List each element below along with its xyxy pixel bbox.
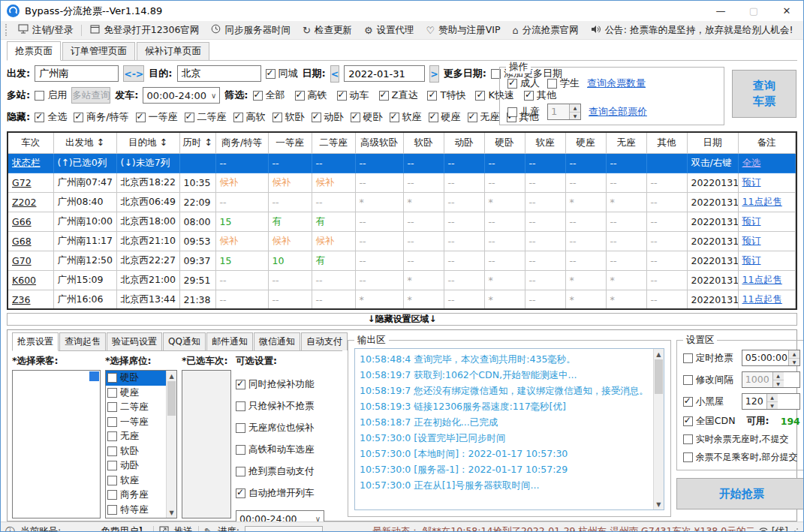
blackroom-spinner[interactable]: 120 ▲▼ [742, 393, 800, 410]
scroll-up-icon[interactable]: ▲ [167, 371, 176, 381]
settings-tab-微信通知[interactable]: 微信通知 [254, 332, 300, 350]
seat-option-3[interactable]: 一等座 [106, 415, 166, 430]
action-link-cell[interactable]: 预订 [738, 212, 796, 232]
action-link-cell[interactable]: 11点起售 [738, 271, 796, 290]
interval-spinner[interactable]: 1000 ▲▼ [742, 371, 800, 388]
date-prev-button[interactable]: < [330, 65, 339, 83]
query-all-prices-link[interactable]: 查询全部票价 [589, 105, 647, 119]
settings-tab-验证码设置[interactable]: 验证码设置 [107, 332, 162, 350]
resize-grip-icon[interactable] [791, 527, 799, 532]
column-header[interactable]: 车次 [8, 133, 53, 154]
hide-checkbox-3[interactable]: 二等座 [185, 110, 227, 124]
student-checkbox[interactable]: 学生 [547, 77, 580, 90]
multi-station-query-button[interactable]: 多站查询 [71, 87, 110, 104]
column-header[interactable]: 硬座 [565, 133, 606, 154]
interval-checkbox[interactable]: 修改间隔 [683, 374, 733, 386]
no-seat-no-submit-checkbox[interactable]: 实时余票无座时,不提交 [683, 433, 789, 446]
toolbar-item-6[interactable]: ⌂分流抢票官网 [507, 23, 583, 38]
seat-option-1[interactable]: 硬座 [106, 386, 166, 401]
settings-tab-QQ通知[interactable]: QQ通知 [163, 332, 206, 350]
minimize-button[interactable]: — [704, 1, 737, 21]
table-row[interactable]: G68广州南11:17北京西21:1009:53候补候补候补----------… [8, 232, 796, 251]
spinner-up-icon[interactable]: ▲ [767, 394, 778, 402]
hide-checkbox-2[interactable]: 一等座 [136, 110, 178, 124]
tab-候补订单页面[interactable]: 候补订单页面 [137, 42, 209, 60]
filter-checkbox-0[interactable]: 全部 [253, 89, 285, 102]
action-link-cell[interactable]: 预订 [738, 173, 796, 193]
spinner-down-icon[interactable]: ▼ [767, 402, 778, 410]
hide-checkbox-9[interactable]: 硬座 [429, 110, 461, 124]
cdn-checkbox[interactable]: 全国CDN [683, 415, 736, 428]
scrollbar-thumb[interactable] [655, 359, 663, 394]
maximize-button[interactable]: ▢ [737, 1, 770, 21]
close-button[interactable]: ✕ [770, 1, 803, 21]
query-tickets-button[interactable]: 查询 车票 [732, 70, 796, 118]
start-grab-button[interactable]: 开始抢票 [676, 478, 804, 509]
toolbar-item-7[interactable]: 公告: 抢票靠的是坚持，放弃就是给别人机会! [586, 23, 799, 38]
optional-checkbox-0[interactable]: 同时抢候补功能 [236, 378, 315, 391]
spinner-arrows[interactable]: ▲▼ [772, 372, 784, 387]
settings-tab-抢票设置[interactable]: 抢票设置 [12, 332, 59, 351]
table-row[interactable]: K600广州15:09北京西21:0029:51--------*--*--**… [8, 271, 796, 290]
spinner-down-icon[interactable]: ▼ [789, 359, 799, 366]
swap-stations-button[interactable]: <-> [123, 65, 144, 82]
blackroom-checkbox[interactable]: 小黑屋 [683, 395, 724, 408]
table-row[interactable]: Z202广州08:40北京西06:4922:09------**--*--**-… [8, 193, 796, 212]
column-header[interactable]: 日期 [687, 133, 738, 154]
action-link-cell[interactable]: 11点起售 [738, 290, 796, 310]
action-link-cell[interactable]: 预订 [738, 232, 796, 251]
train-number-cell[interactable]: K600 [8, 271, 53, 290]
query-ticket-count-link[interactable]: 查询余票数量 [587, 77, 646, 90]
column-header[interactable]: 出发地 ↕ [53, 133, 116, 154]
push-label[interactable]: 推送 [174, 525, 193, 532]
depart-time-dropdown[interactable]: 00:00-24:00 ∨ [143, 87, 220, 104]
toolbar-item-4[interactable]: ⚙设置代理 [359, 23, 420, 38]
hide-checkbox-1[interactable]: 商务/特等 [74, 110, 128, 124]
action-link-cell[interactable]: 11点起售 [738, 193, 796, 212]
column-header[interactable]: 软卧 [403, 133, 444, 154]
column-header[interactable]: 高级软卧 [355, 133, 403, 154]
optional-checkbox-1[interactable]: 只抢候补不抢票 [236, 400, 315, 413]
adult-checkbox[interactable]: 成人 [507, 77, 540, 90]
train-number-cell[interactable]: Z202 [8, 193, 53, 212]
settings-tab-邮件通知[interactable]: 邮件通知 [206, 332, 253, 350]
timed-grab-spinner[interactable]: 05:00:00 ▲▼ [742, 350, 800, 366]
action-link-cell[interactable]: 全选 [738, 154, 796, 173]
column-header[interactable]: 动卧 [444, 133, 484, 154]
settings-tab-自动支付[interactable]: 自动支付 [301, 332, 348, 350]
toolbar-item-1[interactable]: 免登录打开12306官网 [85, 23, 204, 38]
dest-input[interactable] [177, 65, 261, 82]
status-row[interactable]: 状态栏(↑)已选0列(↓)未选7列--------------------双击/… [8, 154, 796, 173]
train-number-cell[interactable]: G68 [8, 232, 53, 251]
same-city-checkbox[interactable]: 同城 [266, 67, 298, 80]
multi-station-enable-checkbox[interactable]: 启用 [35, 89, 67, 102]
hide-checkbox-4[interactable]: 高软 [233, 110, 266, 124]
settings-tab-查询起售[interactable]: 查询起售 [59, 332, 106, 350]
toolbar-item-0[interactable]: 注销/登录 [13, 23, 78, 38]
seat-option-5[interactable]: 软卧 [106, 444, 166, 459]
column-header[interactable]: 硬卧 [484, 133, 525, 154]
spinner-arrows[interactable]: ▲▼ [788, 350, 799, 365]
depart-input[interactable] [35, 65, 119, 82]
hide-checkbox-0[interactable]: 全选 [35, 110, 67, 124]
table-row[interactable]: G70广州南12:50北京西22:2709:371510有-----------… [8, 251, 796, 271]
spinner-arrows[interactable]: ▲▼ [569, 104, 580, 119]
output-log[interactable]: 10:58:48:4 查询完毕，本次查询共用时:435毫秒。10:58:19:7… [354, 348, 664, 510]
seat-option-7[interactable]: 软座 [106, 473, 166, 488]
scroll-down-icon[interactable]: ▼ [654, 499, 664, 509]
seat-option-8[interactable]: 商务座 [106, 488, 166, 503]
spinner-up-icon[interactable]: ▲ [773, 372, 784, 380]
seat-option-0[interactable]: 硬卧 [106, 371, 166, 386]
hide-checkbox-5[interactable]: 软卧 [273, 110, 305, 124]
hide-checkbox-6[interactable]: 动卧 [312, 110, 344, 124]
tab-抢票页面[interactable]: 抢票页面 [7, 41, 61, 61]
column-header[interactable]: 一等座 [268, 133, 312, 154]
child-checkbox[interactable]: 儿童 [507, 105, 540, 119]
train-number-cell[interactable]: G66 [8, 212, 53, 232]
spinner-up-icon[interactable]: ▲ [789, 350, 799, 359]
tab-订单管理页面[interactable]: 订单管理页面 [62, 42, 135, 60]
column-header[interactable]: 无座 [606, 133, 646, 154]
hide-checkbox-10[interactable]: 无座 [468, 110, 500, 124]
filter-checkbox-2[interactable]: 动车 [337, 89, 369, 102]
child-count-spinner[interactable]: 1 ▲▼ [547, 104, 581, 120]
